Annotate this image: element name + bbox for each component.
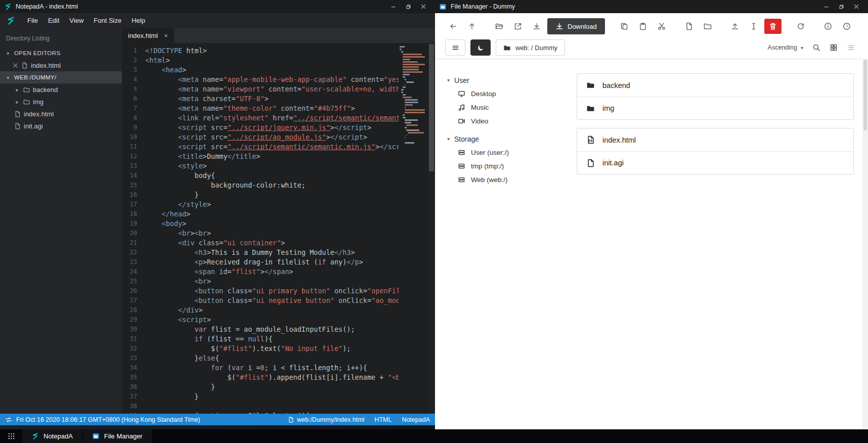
tree-item-user[interactable]: User (user:/): [447, 146, 573, 159]
code-line-36[interactable]: 36 }: [122, 382, 399, 392]
tree-item-music[interactable]: Music: [447, 101, 573, 114]
code-line-16[interactable]: 16 }: [122, 190, 399, 200]
tree-item-desktop[interactable]: Desktop: [447, 87, 573, 101]
tab-index-html[interactable]: index.html ×: [122, 28, 174, 43]
copy-button[interactable]: [616, 19, 632, 34]
code-line-23[interactable]: 23 <p>Received drag-in filelist (if any)…: [122, 257, 399, 267]
code-line-12[interactable]: 12 <title>Dummy</title>: [122, 152, 399, 161]
menu-edit[interactable]: Edit: [43, 15, 64, 26]
back-button[interactable]: [445, 19, 461, 34]
minimize-icon[interactable]: [385, 0, 401, 13]
code-line-19[interactable]: 19 <body>: [122, 219, 399, 229]
taskbar-item-file-manager[interactable]: File Manager: [83, 429, 152, 443]
code-line-37[interactable]: 37 }: [122, 392, 399, 402]
code-line-18[interactable]: 18 </head>: [122, 209, 399, 219]
code-line-17[interactable]: 17 </style>: [122, 200, 399, 209]
tab-close-icon[interactable]: ×: [164, 32, 168, 39]
code-line-24[interactable]: 24 <span id="flist"></span>: [122, 267, 399, 277]
editor-scrollbar[interactable]: [428, 43, 435, 414]
upload-button[interactable]: [727, 19, 743, 34]
save-to-device-button[interactable]: [529, 19, 545, 34]
open-in-new-window-button[interactable]: [510, 19, 526, 34]
code-line-1[interactable]: 1<!DOCTYPE html>: [122, 46, 399, 56]
tree-item-web[interactable]: Web (web:/): [447, 173, 573, 187]
menu-file[interactable]: File: [22, 15, 43, 26]
code-line-20[interactable]: 20 <br><br>: [122, 229, 399, 238]
open-button[interactable]: [491, 19, 507, 34]
file-manager-scrollbar[interactable]: [862, 59, 868, 429]
code-line-29[interactable]: 29 <script>: [122, 315, 399, 325]
notepada-titlebar[interactable]: NotepadA - index.html: [0, 0, 435, 13]
dark-mode-toggle[interactable]: [470, 39, 491, 56]
code-line-22[interactable]: 22 <h3>This is a Dummy Testing Module</h…: [122, 248, 399, 257]
sidebar-item-index.html[interactable]: index.html: [0, 108, 122, 120]
code-line-4[interactable]: 4 <meta name="apple-mobile-web-app-capab…: [122, 75, 399, 84]
sidebar-item-backend[interactable]: ▸backend: [0, 83, 122, 96]
menu-view[interactable]: View: [64, 15, 89, 26]
tree-section-user[interactable]: ▾User: [447, 73, 573, 87]
minimize-icon[interactable]: [818, 0, 834, 13]
scrollbar-thumb[interactable]: [863, 60, 867, 130]
statusbar-file[interactable]: web:/Dummy/index.html: [288, 416, 364, 423]
info-button[interactable]: [820, 19, 836, 34]
code-line-13[interactable]: 13 <style>: [122, 161, 399, 171]
code-line-2[interactable]: 2<html>: [122, 56, 399, 65]
download-button[interactable]: Download: [547, 18, 605, 34]
delete-button[interactable]: [764, 19, 782, 34]
close-icon[interactable]: [849, 0, 864, 13]
code-line-38[interactable]: 38: [122, 402, 399, 411]
code-line-33[interactable]: 33 }else{: [122, 353, 399, 363]
file-manager-titlebar[interactable]: File Manager - Dummy: [435, 0, 868, 13]
help-button[interactable]: ?: [839, 19, 855, 34]
close-icon[interactable]: [416, 0, 431, 13]
code-line-26[interactable]: 26 <button class="ui primary button" onc…: [122, 286, 399, 296]
sidebar-item-init.agi[interactable]: init.agi: [0, 120, 122, 132]
workspace-section[interactable]: ▾ WEB:/DUMMY/: [0, 71, 122, 83]
file-row-backend[interactable]: backend: [577, 74, 853, 97]
restore-icon[interactable]: [834, 0, 849, 13]
search-button[interactable]: [812, 43, 820, 52]
taskbar-item-notepada[interactable]: NotepadA: [22, 429, 82, 443]
code-line-15[interactable]: 15 background-color:white;: [122, 181, 399, 190]
code-line-10[interactable]: 10 <script src="../script/ao_module.js">…: [122, 132, 399, 142]
code-line-30[interactable]: 30 var flist = ao_module_loadInputFiles(…: [122, 325, 399, 334]
code-line-8[interactable]: 8 <link rel="stylesheet" href="../script…: [122, 113, 399, 123]
minimap[interactable]: [400, 46, 427, 145]
breadcrumb[interactable]: web: / Dummy: [496, 39, 565, 56]
sidebar-item-img[interactable]: ▸img: [0, 96, 122, 108]
code-line-32[interactable]: 32 $("#flist").text("No input file");: [122, 344, 399, 353]
close-icon[interactable]: [12, 62, 18, 68]
file-row-init.agi[interactable]: init.agi: [577, 151, 853, 174]
code-line-25[interactable]: 25 <br>: [122, 277, 399, 286]
code-line-5[interactable]: 5 <meta name="viewport" content="user-sc…: [122, 84, 399, 94]
tree-section-storage[interactable]: ▾Storage: [447, 132, 573, 146]
code-line-35[interactable]: 35 $("#flist").append(flist[i].filename …: [122, 373, 399, 382]
file-row-img[interactable]: img: [577, 97, 853, 119]
code-line-9[interactable]: 9 <script src="../script/jquery.min.js">…: [122, 123, 399, 132]
menu-font-size[interactable]: Font Size: [89, 15, 126, 26]
open-editor-index.html[interactable]: index.html: [0, 59, 122, 71]
list-view-button[interactable]: [847, 43, 855, 52]
app-launcher-button[interactable]: [0, 429, 22, 443]
new-folder-button[interactable]: [700, 19, 716, 34]
refresh-button[interactable]: [793, 19, 809, 34]
code-line-21[interactable]: 21 <div class="ui container">: [122, 238, 399, 248]
grid-view-button[interactable]: [830, 43, 838, 52]
code-line-31[interactable]: 31 if (flist == null){: [122, 334, 399, 344]
tree-item-tmp[interactable]: tmp (tmp:/): [447, 159, 573, 173]
open-editors-section[interactable]: ▾ OPEN EDITORS: [0, 47, 122, 59]
up-button[interactable]: [464, 19, 480, 34]
rename-button[interactable]: [746, 19, 762, 34]
new-file-button[interactable]: [681, 19, 697, 34]
cut-button[interactable]: [654, 19, 670, 34]
scrollbar-thumb[interactable]: [429, 44, 434, 171]
menu-help[interactable]: Help: [126, 15, 150, 26]
sort-dropdown[interactable]: Ascending ▾: [768, 44, 803, 51]
code-line-3[interactable]: 3 <head>: [122, 65, 399, 75]
code-line-14[interactable]: 14 body{: [122, 171, 399, 181]
statusbar-language[interactable]: HTML: [374, 416, 392, 423]
code-line-28[interactable]: 28 </div>: [122, 305, 399, 315]
menu-button[interactable]: [445, 39, 465, 56]
paste-button[interactable]: [635, 19, 651, 34]
code-line-39[interactable]: 39 function openFileSelector(){: [122, 411, 399, 414]
